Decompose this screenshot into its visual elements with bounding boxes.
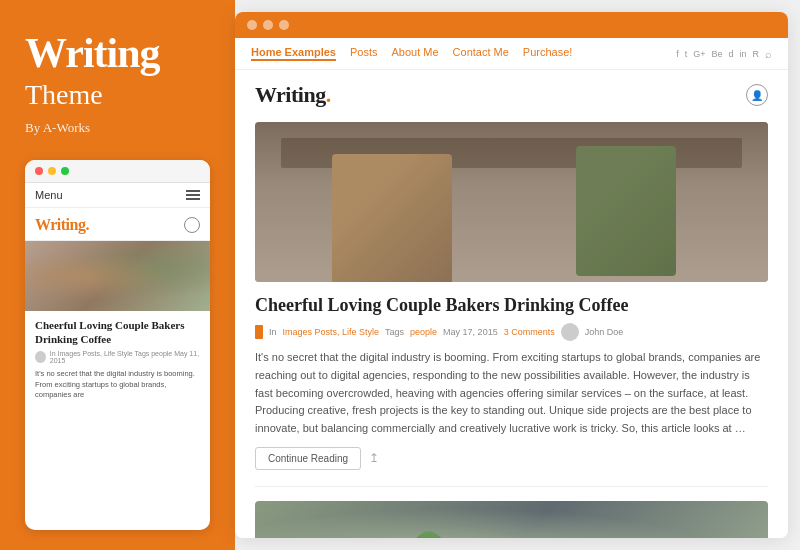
nav-link-about[interactable]: About Me bbox=[392, 46, 439, 61]
left-panel: Writing Theme By A-Works Menu Writing. C… bbox=[0, 0, 235, 550]
site-logo: Writing. bbox=[255, 82, 331, 108]
mobile-user-icon[interactable] bbox=[184, 217, 200, 233]
search-icon[interactable]: ⌕ bbox=[765, 48, 772, 60]
browser-dot-2 bbox=[263, 20, 273, 30]
theme-subtitle: Theme bbox=[25, 78, 210, 112]
social-google-icon[interactable]: G+ bbox=[693, 49, 705, 59]
nav-link-posts[interactable]: Posts bbox=[350, 46, 378, 61]
read-more-row: Continue Reading ↥ bbox=[255, 447, 768, 470]
browser-dot-1 bbox=[247, 20, 257, 30]
social-linkedin-icon[interactable]: in bbox=[739, 49, 746, 59]
article-title: Cheerful Loving Couple Bakers Drinking C… bbox=[255, 294, 768, 317]
mobile-dot-yellow bbox=[48, 167, 56, 175]
site-logo-bar: Writing. bbox=[255, 82, 768, 108]
site-navigation: Home Examples Posts About Me Contact Me … bbox=[235, 38, 788, 70]
browser-window: Home Examples Posts About Me Contact Me … bbox=[235, 12, 788, 538]
mobile-post-meta-text: In Images Posts, Life Style Tags people … bbox=[50, 350, 200, 364]
mobile-dot-red bbox=[35, 167, 43, 175]
mobile-menu-label[interactable]: Menu bbox=[35, 189, 63, 201]
article-card-2 bbox=[255, 486, 768, 538]
mobile-hero-image bbox=[25, 241, 210, 311]
meta-categories[interactable]: Images Posts, Life Style bbox=[283, 327, 380, 337]
meta-comments[interactable]: 3 Comments bbox=[504, 327, 555, 337]
mobile-logo-bar: Writing. bbox=[25, 208, 210, 241]
share-icon[interactable]: ↥ bbox=[369, 451, 379, 466]
nav-link-home[interactable]: Home Examples bbox=[251, 46, 336, 61]
mobile-post-title: Cheerful Loving Couple Bakers Drinking C… bbox=[25, 311, 210, 351]
social-behance-icon[interactable]: Be bbox=[711, 49, 722, 59]
mobile-dot-green bbox=[61, 167, 69, 175]
article-2-hero-image bbox=[255, 501, 768, 538]
desktop-user-icon[interactable] bbox=[746, 84, 768, 106]
mobile-preview: Menu Writing. Cheerful Loving Couple Bak… bbox=[25, 160, 210, 530]
mobile-avatar bbox=[35, 351, 46, 363]
social-rss-icon[interactable]: R bbox=[753, 49, 760, 59]
mobile-dots-bar bbox=[25, 160, 210, 183]
site-nav-links: Home Examples Posts About Me Contact Me … bbox=[251, 46, 572, 61]
site-content: Writing. Cheerful Loving Couple Bakers D… bbox=[235, 70, 788, 538]
browser-chrome bbox=[235, 12, 788, 38]
meta-tags-label: Tags bbox=[385, 327, 404, 337]
theme-byline: By A-Works bbox=[25, 120, 210, 136]
mobile-post-excerpt: It's no secret that the digital industry… bbox=[25, 369, 210, 409]
read-more-button[interactable]: Continue Reading bbox=[255, 447, 361, 470]
theme-title: Writing bbox=[25, 30, 210, 76]
social-twitter-icon[interactable]: t bbox=[685, 49, 688, 59]
meta-bar-decoration bbox=[255, 325, 263, 339]
social-facebook-icon[interactable]: f bbox=[676, 49, 679, 59]
article-excerpt: It's no secret that the digital industry… bbox=[255, 349, 768, 437]
mobile-nav-bar: Menu bbox=[25, 183, 210, 208]
meta-date: May 17, 2015 bbox=[443, 327, 498, 337]
article-hero-image bbox=[255, 122, 768, 282]
browser-dot-3 bbox=[279, 20, 289, 30]
article-meta: In Images Posts, Life Style Tags people … bbox=[255, 323, 768, 341]
mobile-site-logo: Writing. bbox=[35, 216, 89, 234]
nav-link-purchase[interactable]: Purchase! bbox=[523, 46, 573, 61]
nav-link-contact[interactable]: Contact Me bbox=[453, 46, 509, 61]
hamburger-icon[interactable] bbox=[186, 190, 200, 200]
meta-in-label: In bbox=[269, 327, 277, 337]
author-avatar bbox=[561, 323, 579, 341]
mobile-post-meta: In Images Posts, Life Style Tags people … bbox=[25, 350, 210, 369]
author-name: John Doe bbox=[585, 327, 624, 337]
article-card-1: Cheerful Loving Couple Bakers Drinking C… bbox=[255, 122, 768, 470]
social-dribbble-icon[interactable]: d bbox=[728, 49, 733, 59]
meta-tags[interactable]: people bbox=[410, 327, 437, 337]
social-icons-bar: f t G+ Be d in R ⌕ bbox=[676, 48, 772, 60]
